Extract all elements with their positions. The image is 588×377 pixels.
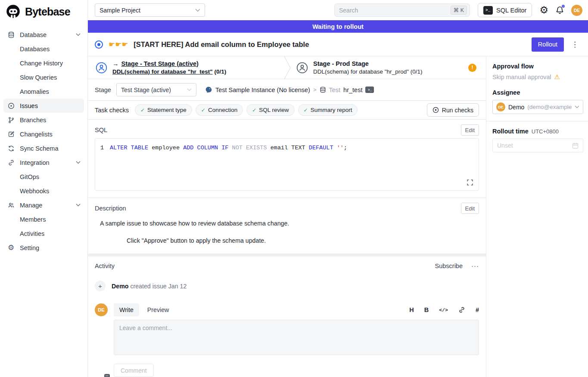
activity-entry: + Demo created issue Jan 12 <box>95 281 479 291</box>
breadcrumb-separator: > <box>313 87 317 93</box>
assignee-label: Assignee <box>492 89 583 96</box>
bold-format-icon[interactable]: B <box>424 306 429 313</box>
project-select[interactable]: Sample Project <box>95 3 205 17</box>
comment-submit-button[interactable]: Comment <box>114 364 154 377</box>
stage-subtitle: DDL(schema) for database "hr_prod" <box>313 68 409 75</box>
stage-subtitle: DDL(schema) for database "hr_test" <box>112 68 213 75</box>
changelist-icon <box>7 131 15 138</box>
sidebar-item-label: Issues <box>20 102 38 109</box>
run-checks-label: Run checks <box>442 107 473 114</box>
check-statement-type[interactable]: ✓ Statement type <box>135 104 192 116</box>
stage-card-test[interactable]: → Stage - Test Stage (active) DDL(schema… <box>88 56 284 79</box>
activity-menu-icon[interactable]: ··· <box>471 262 479 269</box>
assignee-select[interactable]: DE Demo (demo@example <box>492 100 583 114</box>
sql-editor-button[interactable]: >_ SQL Editor <box>478 3 532 17</box>
search-box[interactable]: ⌘ K <box>334 3 470 17</box>
sql-code-block[interactable]: 1 ALTER TABLE employee ADD COLUMN IF NOT… <box>95 138 479 191</box>
comment-input[interactable] <box>114 320 479 355</box>
sidebar-item-label: Changelists <box>20 131 53 138</box>
open-sql-editor-icon[interactable]: >_ <box>365 87 374 93</box>
sidebar-item-label: Manage <box>20 202 42 209</box>
hash-format-icon[interactable]: # <box>476 306 479 313</box>
check-label: SQL review <box>259 107 289 113</box>
comment-avatar: DE <box>95 303 108 316</box>
sidebar-item-changelists[interactable]: Changelists <box>3 127 84 141</box>
notifications-bell-icon[interactable] <box>555 6 564 15</box>
sidebar-item-slow-queries[interactable]: Slow Queries <box>3 70 84 84</box>
check-sql-review[interactable]: ✓ SQL review <box>246 104 294 116</box>
arrow-icon: → <box>112 61 119 67</box>
description-edit-button[interactable]: Edit <box>461 203 479 214</box>
check-summary-report[interactable]: ✓ Summary report <box>298 104 358 116</box>
issue-side-panel: Approval flow Skip manual approval ⚠ Ass… <box>486 56 588 377</box>
chevron-down-icon <box>187 88 192 91</box>
user-avatar[interactable]: DE <box>571 5 582 16</box>
check-connection[interactable]: ✓ Connection <box>196 104 243 116</box>
sidebar-nav: Database Databases Change History Slow Q… <box>0 24 87 255</box>
issue-header: ☛☛☛ [START HERE] Add email column to Emp… <box>88 33 588 56</box>
database-link[interactable]: hr_test <box>343 87 362 93</box>
chevron-down-icon <box>76 204 81 207</box>
stage-select[interactable]: Test Stage (active) <box>116 83 196 96</box>
link-icon <box>7 159 15 166</box>
search-input[interactable] <box>339 7 451 14</box>
settings-gear-icon[interactable]: ⚙ <box>539 5 548 15</box>
bytebase-logo-icon <box>5 4 21 20</box>
sidebar-item-members[interactable]: Members <box>3 212 84 226</box>
activity-action: created issue <box>130 283 166 290</box>
sidebar-item-change-history[interactable]: Change History <box>3 56 84 70</box>
check-label: Statement type <box>147 107 187 113</box>
sidebar-item-sync-schema[interactable]: Sync Schema <box>3 141 84 155</box>
sidebar-item-label: Branches <box>20 117 46 124</box>
activity-heading: Activity <box>95 263 115 269</box>
kebab-menu-icon[interactable]: ⋮ <box>571 41 579 48</box>
sidebar-item-databases[interactable]: Databases <box>3 42 84 56</box>
database-icon <box>7 31 15 38</box>
sidebar-item-database[interactable]: Database <box>3 28 84 42</box>
activity-section: Activity Subscribe ··· + Demo created is… <box>88 256 486 377</box>
environment-label: Test <box>329 87 341 93</box>
timezone-label: UTC+0800 <box>532 128 559 135</box>
run-checks-button[interactable]: Run checks <box>427 103 479 117</box>
sidebar-item-setting[interactable]: ⚙ Setting <box>3 241 84 255</box>
stage-card-prod[interactable]: Stage - Prod Stage DDL(schema) for datab… <box>291 56 486 79</box>
rollout-time-picker[interactable]: Unset <box>492 139 583 152</box>
description-line: Click "Approve" button to apply the sche… <box>95 237 479 244</box>
brand-logo[interactable]: Bytebase <box>0 0 87 24</box>
activity-actor[interactable]: Demo <box>112 283 128 290</box>
warning-triangle-icon: ⚠ <box>554 74 560 80</box>
sidebar-item-webhooks[interactable]: Webhooks <box>3 184 84 198</box>
sidebar-item-anomalies[interactable]: Anomalies <box>3 84 84 99</box>
tab-write[interactable]: Write <box>114 303 139 316</box>
issue-icon <box>7 102 15 109</box>
sidebar-item-label: Anomalies <box>20 88 49 95</box>
stage-separator <box>284 56 291 79</box>
assignee-email: (demo@example <box>527 104 572 110</box>
speech-bubble-icon: ••• <box>104 374 110 377</box>
expand-icon[interactable] <box>467 179 473 186</box>
check-pass-icon: ✓ <box>140 107 145 113</box>
sidebar-item-activities[interactable]: Activities <box>3 226 84 241</box>
sidebar-item-gitops[interactable]: GitOps <box>3 170 84 184</box>
sidebar-item-integration[interactable]: Integration <box>3 155 84 170</box>
section-divider <box>88 253 486 256</box>
check-pass-icon: ✓ <box>201 107 205 113</box>
instance-link[interactable]: Test Sample Instance (No license) <box>215 87 310 93</box>
subscribe-button[interactable]: Subscribe <box>435 263 463 269</box>
sidebar-item-label: Database <box>20 31 47 38</box>
tab-preview[interactable]: Preview <box>147 306 169 313</box>
rollout-button[interactable]: Rollout <box>532 37 564 52</box>
link-format-icon[interactable] <box>458 306 465 313</box>
sidebar-item-label: Integration <box>20 159 50 166</box>
sql-edit-button[interactable]: Edit <box>461 124 479 136</box>
check-label: Summary report <box>311 107 352 113</box>
sidebar-item-label: Sync Schema <box>20 145 58 152</box>
sidebar-item-manage[interactable]: Manage <box>3 198 84 212</box>
code-format-icon[interactable]: </> <box>439 307 448 313</box>
heading-format-icon[interactable]: H <box>409 306 414 313</box>
calendar-icon <box>572 142 579 149</box>
chevron-down-icon <box>76 33 81 36</box>
sidebar-item-branches[interactable]: Branches <box>3 113 84 127</box>
sidebar-item-issues[interactable]: Issues <box>3 99 84 113</box>
sidebar-item-label: Members <box>20 216 46 223</box>
